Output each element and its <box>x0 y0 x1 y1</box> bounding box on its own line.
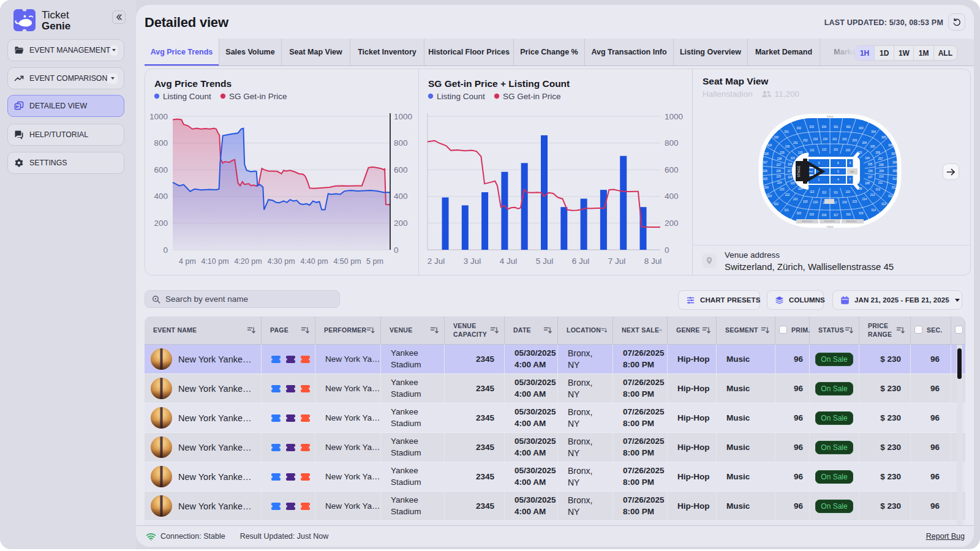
svg-text:318: 318 <box>821 214 826 217</box>
svg-text:314: 314 <box>871 209 876 212</box>
svg-text:224: 224 <box>777 181 782 184</box>
svg-text:120: 120 <box>798 151 803 154</box>
svg-text:113: 113 <box>810 190 815 193</box>
svg-text:5: 5 <box>837 170 839 173</box>
svg-text:4:20 pm: 4:20 pm <box>234 257 262 266</box>
svg-text:334: 334 <box>821 126 826 129</box>
svg-text:1000: 1000 <box>665 112 683 121</box>
svg-text:MIX: MIX <box>850 171 854 173</box>
svg-text:STAGE: STAGE <box>826 226 834 228</box>
svg-text:122: 122 <box>822 148 827 151</box>
svg-text:800: 800 <box>394 138 408 148</box>
svg-text:400: 400 <box>154 192 168 201</box>
svg-text:3 Jul: 3 Jul <box>464 257 481 266</box>
svg-text:301: 301 <box>834 126 839 129</box>
svg-text:0: 0 <box>394 246 399 255</box>
svg-text:303: 303 <box>859 127 864 130</box>
svg-text:326: 326 <box>763 170 767 173</box>
svg-text:1000: 1000 <box>394 112 412 121</box>
svg-text:211: 211 <box>878 181 883 184</box>
svg-text:108: 108 <box>865 182 870 185</box>
svg-text:220: 220 <box>803 200 808 203</box>
svg-text:200: 200 <box>394 219 408 228</box>
svg-text:400: 400 <box>394 192 408 201</box>
svg-text:PIT: PIT <box>809 170 813 173</box>
svg-text:Avg Price Trends: Avg Price Trends <box>154 78 232 89</box>
svg-text:SG Get-in Price: SG Get-in Price <box>503 92 561 101</box>
svg-text:Listing Count: Listing Count <box>163 92 211 101</box>
svg-text:STAGE: STAGE <box>797 165 801 177</box>
svg-text:4:30 pm: 4:30 pm <box>267 257 295 266</box>
svg-text:333: 333 <box>809 126 814 129</box>
svg-text:7: 7 <box>849 178 851 181</box>
svg-text:1: 1 <box>818 178 820 181</box>
svg-text:202: 202 <box>842 138 847 141</box>
svg-text:215: 215 <box>852 200 857 203</box>
svg-text:600: 600 <box>665 165 679 174</box>
svg-text:1000: 1000 <box>149 112 168 121</box>
svg-text:322: 322 <box>774 203 778 206</box>
svg-text:111: 111 <box>834 191 838 194</box>
svg-text:PRESS BOX: PRESS BOX <box>802 220 812 223</box>
svg-text:312: 312 <box>888 195 893 198</box>
svg-text:226: 226 <box>776 170 781 173</box>
svg-text:307: 307 <box>891 152 896 156</box>
svg-text:324: 324 <box>764 186 769 189</box>
svg-text:231: 231 <box>793 141 798 144</box>
svg-text:102: 102 <box>845 149 850 152</box>
svg-text:323: 323 <box>767 195 772 198</box>
svg-text:233: 233 <box>813 138 818 141</box>
svg-text:104: 104 <box>865 157 870 160</box>
svg-text:317: 317 <box>834 214 839 217</box>
svg-text:228: 228 <box>777 157 782 160</box>
svg-text:321: 321 <box>784 209 789 212</box>
svg-text:330: 330 <box>774 136 778 139</box>
svg-text:208: 208 <box>879 163 884 167</box>
svg-text:203: 203 <box>852 139 857 142</box>
svg-text:232: 232 <box>803 139 808 142</box>
svg-text:STAGE: STAGE <box>826 116 834 118</box>
svg-text:3: 3 <box>818 161 820 165</box>
svg-text:800: 800 <box>154 138 168 148</box>
svg-text:0: 0 <box>163 246 168 255</box>
svg-text:PRESS BOX: PRESS BOX <box>846 220 856 223</box>
svg-text:319: 319 <box>809 213 814 216</box>
svg-text:SG Get-in Price: SG Get-in Price <box>229 92 287 101</box>
svg-text:206: 206 <box>875 151 880 154</box>
svg-text:600: 600 <box>394 165 408 174</box>
svg-text:210: 210 <box>879 175 884 178</box>
svg-text:800: 800 <box>665 138 679 148</box>
svg-text:331: 331 <box>784 130 789 133</box>
svg-text:9: 9 <box>849 161 851 165</box>
svg-text:225: 225 <box>776 175 781 178</box>
svg-text:5 pm: 5 pm <box>366 257 383 266</box>
svg-text:SG Get-in Price + Listing Coun: SG Get-in Price + Listing Count <box>428 78 570 89</box>
svg-text:119: 119 <box>790 157 795 160</box>
svg-text:309: 309 <box>892 170 897 173</box>
svg-text:110: 110 <box>846 190 851 193</box>
svg-text:116: 116 <box>788 176 793 179</box>
svg-text:310: 310 <box>892 178 897 181</box>
svg-text:209: 209 <box>879 170 884 173</box>
svg-text:201: 201 <box>832 138 837 141</box>
svg-text:216: 216 <box>842 201 847 204</box>
svg-text:230: 230 <box>785 145 790 148</box>
svg-text:316: 316 <box>846 213 851 216</box>
svg-text:214: 214 <box>862 198 867 201</box>
svg-text:4:50 pm: 4:50 pm <box>333 257 361 266</box>
svg-text:313: 313 <box>881 203 886 206</box>
svg-text:327: 327 <box>763 161 767 164</box>
svg-text:4 Jul: 4 Jul <box>500 257 518 266</box>
svg-text:600: 600 <box>154 165 168 174</box>
svg-text:118: 118 <box>788 163 793 166</box>
svg-text:329: 329 <box>767 144 772 147</box>
svg-text:121: 121 <box>810 149 815 152</box>
svg-text:205: 205 <box>870 145 875 148</box>
svg-text:4 pm: 4 pm <box>179 257 196 266</box>
svg-text:6: 6 <box>837 161 839 165</box>
svg-text:229: 229 <box>780 151 785 154</box>
svg-text:328: 328 <box>764 152 769 156</box>
svg-text:222: 222 <box>785 193 790 197</box>
svg-text:105: 105 <box>868 163 873 166</box>
svg-text:200: 200 <box>154 219 168 228</box>
